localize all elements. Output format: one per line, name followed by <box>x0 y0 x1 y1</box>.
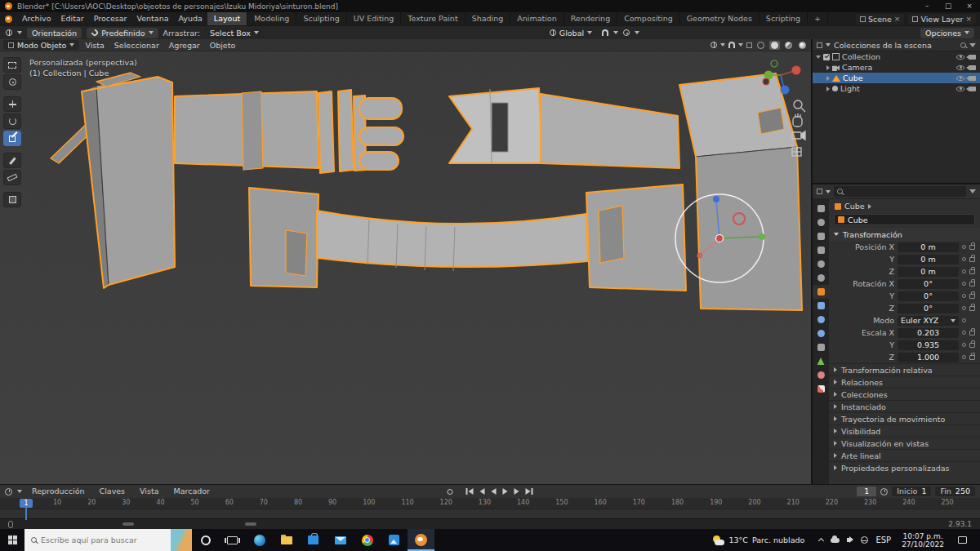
tool-button-move[interactable] <box>3 96 21 112</box>
task-view-button[interactable] <box>219 529 246 551</box>
transform-section-header[interactable]: Transformación <box>829 228 980 241</box>
tool-icon[interactable] <box>6 29 12 36</box>
properties-tab-constraints[interactable] <box>813 340 829 354</box>
start-button[interactable] <box>0 529 24 551</box>
hide-eye-icon[interactable] <box>956 65 964 70</box>
lock-icon[interactable] <box>969 355 975 360</box>
tool-button-rotate[interactable] <box>3 113 21 129</box>
collapsed-section-header[interactable]: Propiedades personalizadas <box>829 461 980 473</box>
onedrive-icon[interactable] <box>831 538 840 543</box>
workspace-tab[interactable]: Texture Paint <box>401 12 465 25</box>
properties-tab-world[interactable] <box>813 271 829 285</box>
outliner-item-label[interactable]: Light <box>840 84 954 93</box>
tool-button-measure[interactable] <box>3 170 21 185</box>
menu[interactable]: Ayuda <box>174 12 207 25</box>
overlays-toggle-icon[interactable] <box>728 42 735 48</box>
tool-button-select-box[interactable] <box>3 57 21 73</box>
transform-orientation-dropdown[interactable]: Global <box>545 28 597 38</box>
collapsed-section-header[interactable]: Visibilidad <box>829 424 980 437</box>
disclosure-icon[interactable] <box>826 65 830 70</box>
orientation-field[interactable]: Orientación <box>27 28 82 38</box>
shading-material-button[interactable] <box>783 41 794 50</box>
proportional-dropdown-icon[interactable] <box>635 31 639 34</box>
properties-tab-render[interactable] <box>813 216 829 229</box>
collapsed-section-header[interactable]: Trayectoria de movimiento <box>829 412 980 424</box>
tool-button-cursor[interactable] <box>3 74 21 90</box>
decorator-icon[interactable] <box>962 294 966 298</box>
collapsed-section-header[interactable]: Relaciones <box>829 375 980 388</box>
disclosure-icon[interactable] <box>826 76 830 81</box>
outliner-row[interactable]: Collection <box>813 51 980 62</box>
next-keyframe-button[interactable] <box>514 488 519 495</box>
outliner-editor-icon[interactable] <box>817 42 822 48</box>
lock-icon[interactable] <box>969 294 975 299</box>
snap-magnet-icon[interactable] <box>602 29 608 36</box>
frame-range-icon[interactable] <box>880 488 888 495</box>
options-dropdown[interactable]: Opciones <box>920 28 974 38</box>
workspace-tab[interactable]: UV Editing <box>347 12 402 25</box>
value-field[interactable]: 0° <box>898 304 959 313</box>
properties-tab-output[interactable] <box>813 229 829 243</box>
value-field[interactable]: 0.203 <box>898 328 959 338</box>
decorator-icon[interactable] <box>962 318 966 322</box>
object-name-field[interactable]: Cube <box>834 214 975 225</box>
timeline-menu[interactable]: Claves <box>95 485 131 498</box>
properties-tab-view-layer[interactable] <box>813 243 829 257</box>
blender-menu-icon[interactable] <box>5 16 12 23</box>
decorator-icon[interactable] <box>962 257 966 261</box>
viewport-menu[interactable]: Vista <box>81 39 108 51</box>
edge-button[interactable] <box>246 529 273 551</box>
chrome-button[interactable] <box>354 529 381 551</box>
drag-mode-dropdown[interactable]: Select Box <box>205 28 264 38</box>
scene-unlink-icon[interactable]: × <box>894 15 901 23</box>
disclosure-icon[interactable] <box>826 87 830 91</box>
render-visibility-icon[interactable] <box>969 55 976 60</box>
filter-icon[interactable] <box>969 43 976 47</box>
taskbar-search[interactable] <box>24 529 192 551</box>
value-field[interactable]: 0 m <box>898 255 959 264</box>
lock-icon[interactable] <box>969 257 975 262</box>
value-field[interactable]: 0° <box>898 279 959 289</box>
properties-tab-tool[interactable] <box>813 202 829 216</box>
keyboard-language[interactable]: ESP <box>875 535 891 544</box>
cortana-button[interactable] <box>192 529 219 551</box>
outliner-row[interactable]: Camera <box>813 62 980 73</box>
outliner-item-label[interactable]: Collection <box>842 52 954 61</box>
value-field[interactable]: 1.000 <box>898 353 959 362</box>
decorator-icon[interactable] <box>962 355 966 359</box>
timeline-menu[interactable]: Reproducción <box>27 485 90 498</box>
file-explorer-button[interactable] <box>273 529 300 551</box>
scene-selector[interactable]: Scene × <box>856 14 905 24</box>
previous-keyframe-button[interactable] <box>480 488 485 495</box>
properties-editor-icon[interactable] <box>817 189 822 194</box>
properties-filter-icon[interactable] <box>969 189 976 193</box>
decorator-icon[interactable] <box>962 331 966 335</box>
workspace-tab[interactable]: + <box>808 12 828 25</box>
outliner-item-label[interactable]: Camera <box>842 63 954 72</box>
workspace-tab[interactable]: Geometry Nodes <box>680 12 760 25</box>
workspace-tab[interactable]: Sculpting <box>296 12 346 25</box>
lock-icon[interactable] <box>969 269 975 274</box>
blender-taskbar-button[interactable] <box>408 529 434 551</box>
play-reverse-button[interactable] <box>492 488 497 495</box>
menu[interactable]: Editar <box>56 12 89 25</box>
collapsed-section-header[interactable]: Transformación relativa <box>829 363 980 375</box>
notification-center-icon[interactable] <box>958 536 967 544</box>
collapsed-section-header[interactable]: Visualización en vistas <box>829 437 980 449</box>
viewport-menu[interactable]: Agregar <box>165 39 204 51</box>
value-field[interactable]: 0.935 <box>898 340 959 350</box>
properties-tab-object-data[interactable] <box>813 354 829 368</box>
value-field[interactable]: 0 m <box>898 267 959 277</box>
taskbar-clock[interactable]: 10:07 p.m. 27/10/2022 <box>898 532 947 549</box>
properties-tab-physics[interactable] <box>813 327 829 340</box>
xray-toggle-icon[interactable] <box>746 42 752 48</box>
collection-checkbox[interactable] <box>823 54 830 60</box>
timeline-menu[interactable]: Marcador <box>168 485 215 498</box>
lock-icon[interactable] <box>969 306 975 311</box>
workspace-tab[interactable]: Compositing <box>617 12 680 25</box>
collapsed-section-header[interactable]: Colecciones <box>829 388 980 400</box>
mail-button[interactable] <box>327 529 354 551</box>
pan-hand-icon[interactable] <box>793 113 802 127</box>
timeline-track[interactable]: 1102030405060708090100110120130140150160… <box>0 498 980 518</box>
menu[interactable]: Archivo <box>17 12 56 25</box>
